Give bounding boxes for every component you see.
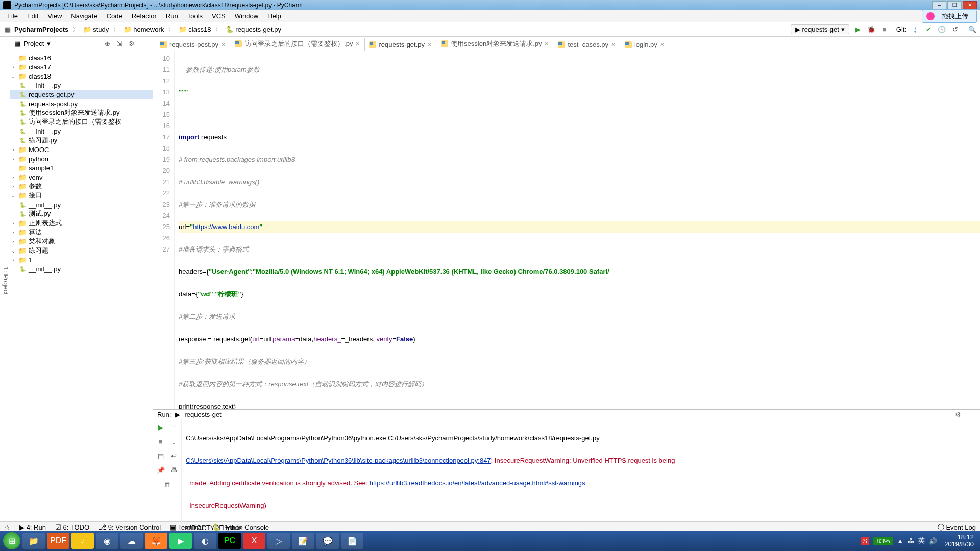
editor-tab[interactable]: 访问登录之后的接口（需要鉴权）.py✕ — [230, 37, 364, 51]
debug-button[interactable]: 🐞 — [867, 25, 876, 34]
print-icon[interactable]: 🖶 — [169, 465, 179, 474]
menu-edit[interactable]: Edit — [23, 11, 42, 21]
git-revert-icon[interactable]: ↺ — [950, 25, 960, 34]
close-button[interactable]: ✕ — [963, 1, 977, 9]
tree-arrow-icon[interactable]: › — [10, 220, 16, 226]
tree-file[interactable]: 🐍练习题.py — [10, 136, 153, 145]
tray-chevron-icon[interactable]: ▲ — [897, 537, 903, 545]
tree-arrow-icon[interactable]: › — [10, 230, 16, 235]
git-commit-icon[interactable]: ✔ — [924, 25, 933, 34]
tab-python-console[interactable]: 🐍 Python Console — [212, 523, 269, 531]
taskbar-media-icon[interactable]: ▶ — [169, 533, 192, 549]
editor-tab[interactable]: login.py✕ — [620, 38, 669, 51]
tree-folder[interactable]: ›📁参数 — [10, 182, 153, 191]
tab-terminal[interactable]: ▣ Terminal — [170, 523, 203, 531]
tree-folder[interactable]: ⌄📁练习题 — [10, 246, 153, 255]
taskbar-notepad-icon[interactable]: 📄 — [341, 533, 363, 549]
taskbar-xshell-icon[interactable]: X — [243, 533, 265, 549]
rail-project[interactable]: 1: Project — [2, 267, 10, 295]
tree-arrow-icon[interactable]: › — [10, 184, 16, 189]
wrap-icon[interactable]: ↩ — [169, 451, 179, 460]
tree-file[interactable]: 🐍测试.py — [10, 209, 153, 218]
taskbar-cloud-icon[interactable]: ☁ — [120, 533, 143, 549]
stop-button[interactable]: ■ — [880, 25, 889, 34]
up-icon[interactable]: ↑ — [169, 422, 179, 432]
tree-file[interactable]: 🐍__init__.py — [10, 200, 153, 209]
crumb-file[interactable]: 🐍 requests-get.py — [224, 24, 283, 34]
tree-folder[interactable]: ›📁1 — [10, 255, 153, 264]
ime-indicator[interactable]: 英 — [918, 536, 925, 545]
tree-folder[interactable]: ⌄📁class18 — [10, 71, 153, 81]
tree-folder[interactable]: ›📁类和对象 — [10, 237, 153, 246]
taskbar-clock[interactable]: 18:12 2019/8/30 — [941, 534, 977, 548]
tree-folder[interactable]: ›📁venv — [10, 172, 153, 182]
crumb-homework[interactable]: 📁 homework — [121, 24, 166, 34]
tray-network-icon[interactable]: 🖧 — [908, 537, 914, 545]
editor-tab[interactable]: 使用session对象来发送请求.py✕ — [436, 37, 553, 51]
crumb-root[interactable]: PycharmProjects — [12, 24, 70, 34]
tree-arrow-icon[interactable]: ⌄ — [10, 73, 16, 79]
close-tab-icon[interactable]: ✕ — [660, 41, 665, 48]
editor-tab[interactable]: test_cases.py✕ — [553, 38, 620, 51]
down-icon[interactable]: ↓ — [169, 437, 179, 446]
upload-chip[interactable]: 拖拽上传 — [922, 10, 977, 23]
tree-folder[interactable]: 📁sample1 — [10, 163, 153, 172]
battery-indicator[interactable]: 83% — [873, 537, 893, 545]
tree-file[interactable]: 🐍__init__.py — [10, 264, 153, 273]
rerun-icon[interactable]: ▶ — [156, 422, 165, 432]
hide-panel-icon[interactable]: — — [139, 39, 149, 48]
tab-run[interactable]: ▶ 4: Run — [19, 523, 46, 531]
maximize-button[interactable]: ❐ — [947, 1, 962, 9]
tree-folder[interactable]: 📁class16 — [10, 53, 153, 62]
chevron-down-icon[interactable]: ▾ — [47, 40, 51, 47]
menu-vcs[interactable]: VCS — [208, 11, 230, 21]
menu-refactor[interactable]: Refactor — [128, 11, 161, 21]
run-config-selector[interactable]: ▶ requests-get ▾ — [791, 24, 849, 34]
left-tool-rail[interactable]: 1: Project — [0, 37, 10, 521]
crumb-study[interactable]: 📁 study — [81, 24, 111, 34]
tree-folder[interactable]: ›📁class17 — [10, 62, 153, 71]
tree-arrow-icon[interactable]: › — [10, 64, 16, 70]
git-history-icon[interactable]: 🕓 — [937, 25, 946, 34]
locate-icon[interactable]: ⊕ — [103, 39, 112, 48]
tree-arrow-icon[interactable]: › — [10, 156, 16, 162]
menu-tools[interactable]: Tools — [183, 11, 207, 21]
tree-file[interactable]: 🐍requests-post.py — [10, 99, 153, 108]
taskbar-chrome-icon[interactable]: ◉ — [96, 533, 118, 549]
tree-arrow-icon[interactable]: ⌄ — [10, 193, 16, 198]
project-tree[interactable]: 📁class16›📁class17⌄📁class18🐍__init__.py🐍r… — [10, 51, 153, 521]
search-everywhere-icon[interactable]: 🔍 — [968, 25, 977, 34]
menu-window[interactable]: Window — [231, 11, 262, 21]
trash-icon[interactable]: 🗑 — [163, 480, 172, 489]
close-tab-icon[interactable]: ✕ — [544, 41, 549, 47]
menu-run[interactable]: Run — [162, 11, 182, 21]
git-update-icon[interactable]: ⭭ — [911, 25, 920, 34]
run-button[interactable]: ▶ — [853, 25, 863, 34]
tree-folder[interactable]: ›📁算法 — [10, 228, 153, 237]
tree-folder[interactable]: ›📁正则表达式 — [10, 218, 153, 228]
system-tray[interactable]: S 83% ▲ 🖧 英 🔊 18:12 2019/8/30 — [861, 534, 977, 548]
tree-arrow-icon[interactable]: › — [10, 174, 16, 180]
minimize-button[interactable]: – — [932, 1, 946, 9]
gear-icon[interactable]: ⚙ — [953, 410, 963, 419]
star-icon[interactable]: ☆ — [4, 523, 10, 531]
layout-icon[interactable]: ▤ — [156, 451, 165, 460]
editor-tab[interactable]: requests-get.py✕ — [364, 38, 436, 51]
menu-view[interactable]: View — [43, 11, 66, 21]
tree-file[interactable]: 🐍requests-get.py — [10, 90, 153, 99]
code-content[interactable]: 参数传递:使用param参数 """ import requests # fro… — [175, 51, 980, 409]
tray-s-icon[interactable]: S — [861, 537, 870, 545]
editor-tab[interactable]: requests-post.py✕ — [155, 38, 230, 51]
code-editor[interactable]: 101112131415161718192021222324252627 参数传… — [153, 51, 980, 409]
close-tab-icon[interactable]: ✕ — [427, 41, 432, 48]
menu-code[interactable]: Code — [103, 11, 127, 21]
crumb-class18[interactable]: 📁 class18 — [177, 24, 213, 34]
taskbar-player-icon[interactable]: ▷ — [267, 533, 290, 549]
menu-help[interactable]: Help — [263, 11, 285, 21]
tree-file[interactable]: 🐍__init__.py — [10, 127, 153, 136]
close-tab-icon[interactable]: ✕ — [611, 41, 616, 48]
collapse-icon[interactable]: ⇲ — [115, 39, 124, 48]
tray-volume-icon[interactable]: 🔊 — [929, 537, 937, 545]
output-link[interactable]: C:\Users\sks\AppData\Local\Programs\Pyth… — [186, 457, 491, 464]
close-tab-icon[interactable]: ✕ — [221, 41, 226, 48]
